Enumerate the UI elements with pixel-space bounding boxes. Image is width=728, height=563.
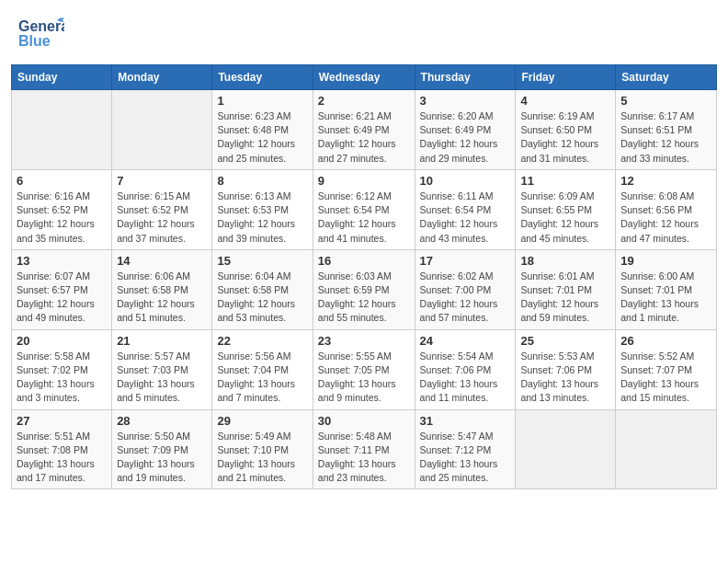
calendar-cell <box>12 90 112 170</box>
calendar-cell: 3Sunrise: 6:20 AM Sunset: 6:49 PM Daylig… <box>415 90 516 170</box>
calendar-week-1: 1Sunrise: 6:23 AM Sunset: 6:48 PM Daylig… <box>12 90 717 170</box>
day-info: Sunrise: 5:54 AM Sunset: 7:06 PM Dayligh… <box>420 350 511 406</box>
day-number: 26 <box>620 334 711 348</box>
calendar-week-3: 13Sunrise: 6:07 AM Sunset: 6:57 PM Dayli… <box>12 249 717 329</box>
day-number: 18 <box>520 254 610 268</box>
day-info: Sunrise: 5:55 AM Sunset: 7:05 PM Dayligh… <box>318 350 410 406</box>
calendar: SundayMondayTuesdayWednesdayThursdayFrid… <box>0 64 728 500</box>
day-header-saturday: Saturday <box>616 65 717 90</box>
day-info: Sunrise: 6:00 AM Sunset: 7:01 PM Dayligh… <box>620 270 711 326</box>
day-number: 19 <box>620 254 711 268</box>
calendar-cell: 1Sunrise: 6:23 AM Sunset: 6:48 PM Daylig… <box>212 90 313 170</box>
day-info: Sunrise: 6:12 AM Sunset: 6:54 PM Dayligh… <box>318 190 410 246</box>
calendar-cell: 17Sunrise: 6:02 AM Sunset: 7:00 PM Dayli… <box>415 249 516 329</box>
svg-text:Blue: Blue <box>18 33 51 49</box>
calendar-cell: 20Sunrise: 5:58 AM Sunset: 7:02 PM Dayli… <box>12 329 112 409</box>
day-number: 12 <box>620 174 711 188</box>
day-number: 16 <box>318 254 410 268</box>
day-info: Sunrise: 6:03 AM Sunset: 6:59 PM Dayligh… <box>318 270 410 326</box>
day-number: 27 <box>17 414 107 428</box>
day-number: 22 <box>217 334 307 348</box>
calendar-cell: 21Sunrise: 5:57 AM Sunset: 7:03 PM Dayli… <box>112 329 212 409</box>
day-header-wednesday: Wednesday <box>313 65 415 90</box>
calendar-cell: 23Sunrise: 5:55 AM Sunset: 7:05 PM Dayli… <box>313 329 415 409</box>
calendar-cell: 13Sunrise: 6:07 AM Sunset: 6:57 PM Dayli… <box>12 249 112 329</box>
calendar-week-4: 20Sunrise: 5:58 AM Sunset: 7:02 PM Dayli… <box>12 329 717 409</box>
day-number: 8 <box>217 174 307 188</box>
day-info: Sunrise: 5:53 AM Sunset: 7:06 PM Dayligh… <box>520 350 610 406</box>
calendar-cell: 31Sunrise: 5:47 AM Sunset: 7:12 PM Dayli… <box>415 409 516 489</box>
calendar-cell: 19Sunrise: 6:00 AM Sunset: 7:01 PM Dayli… <box>616 249 717 329</box>
day-info: Sunrise: 6:21 AM Sunset: 6:49 PM Dayligh… <box>318 109 410 166</box>
day-info: Sunrise: 6:20 AM Sunset: 6:49 PM Dayligh… <box>420 109 511 166</box>
day-info: Sunrise: 6:01 AM Sunset: 7:01 PM Dayligh… <box>520 270 610 326</box>
calendar-week-2: 6Sunrise: 6:16 AM Sunset: 6:52 PM Daylig… <box>12 169 717 249</box>
calendar-cell: 7Sunrise: 6:15 AM Sunset: 6:52 PM Daylig… <box>112 169 212 249</box>
day-info: Sunrise: 6:06 AM Sunset: 6:58 PM Dayligh… <box>117 270 207 326</box>
day-info: Sunrise: 6:07 AM Sunset: 6:57 PM Dayligh… <box>17 270 107 326</box>
calendar-cell: 15Sunrise: 6:04 AM Sunset: 6:58 PM Dayli… <box>212 249 313 329</box>
day-header-tuesday: Tuesday <box>212 65 313 90</box>
day-header-monday: Monday <box>112 65 212 90</box>
day-info: Sunrise: 5:56 AM Sunset: 7:04 PM Dayligh… <box>217 350 307 406</box>
page-header: General Blue <box>0 0 728 59</box>
calendar-cell: 12Sunrise: 6:08 AM Sunset: 6:56 PM Dayli… <box>616 169 717 249</box>
day-info: Sunrise: 6:08 AM Sunset: 6:56 PM Dayligh… <box>620 190 711 246</box>
day-info: Sunrise: 6:02 AM Sunset: 7:00 PM Dayligh… <box>420 270 511 326</box>
day-header-thursday: Thursday <box>415 65 516 90</box>
calendar-cell: 26Sunrise: 5:52 AM Sunset: 7:07 PM Dayli… <box>616 329 717 409</box>
day-info: Sunrise: 6:13 AM Sunset: 6:53 PM Dayligh… <box>217 190 307 246</box>
logo: General Blue <box>18 15 68 52</box>
calendar-cell: 2Sunrise: 6:21 AM Sunset: 6:49 PM Daylig… <box>313 90 415 170</box>
day-number: 3 <box>420 94 511 108</box>
day-info: Sunrise: 6:23 AM Sunset: 6:48 PM Dayligh… <box>217 109 307 166</box>
day-number: 20 <box>17 334 107 348</box>
svg-text:General: General <box>18 18 64 34</box>
day-number: 25 <box>520 334 610 348</box>
day-header-sunday: Sunday <box>12 65 112 90</box>
calendar-cell: 5Sunrise: 6:17 AM Sunset: 6:51 PM Daylig… <box>616 90 717 170</box>
day-number: 31 <box>420 414 511 428</box>
day-number: 24 <box>420 334 511 348</box>
calendar-cell: 8Sunrise: 6:13 AM Sunset: 6:53 PM Daylig… <box>212 169 313 249</box>
day-number: 2 <box>318 94 410 108</box>
calendar-cell: 28Sunrise: 5:50 AM Sunset: 7:09 PM Dayli… <box>112 409 212 489</box>
day-info: Sunrise: 5:49 AM Sunset: 7:10 PM Dayligh… <box>217 430 307 486</box>
day-number: 21 <box>117 334 207 348</box>
day-number: 14 <box>117 254 207 268</box>
day-number: 29 <box>217 414 307 428</box>
day-number: 5 <box>620 94 711 108</box>
logo-icon: General Blue <box>18 15 64 52</box>
calendar-cell: 14Sunrise: 6:06 AM Sunset: 6:58 PM Dayli… <box>112 249 212 329</box>
day-info: Sunrise: 6:19 AM Sunset: 6:50 PM Dayligh… <box>520 109 610 166</box>
day-header-friday: Friday <box>516 65 616 90</box>
calendar-week-5: 27Sunrise: 5:51 AM Sunset: 7:08 PM Dayli… <box>12 409 717 489</box>
day-info: Sunrise: 5:51 AM Sunset: 7:08 PM Dayligh… <box>17 430 107 486</box>
day-number: 13 <box>17 254 107 268</box>
calendar-cell: 29Sunrise: 5:49 AM Sunset: 7:10 PM Dayli… <box>212 409 313 489</box>
day-info: Sunrise: 6:16 AM Sunset: 6:52 PM Dayligh… <box>17 190 107 246</box>
calendar-header-row: SundayMondayTuesdayWednesdayThursdayFrid… <box>12 65 717 90</box>
calendar-cell <box>112 90 212 170</box>
day-number: 4 <box>520 94 610 108</box>
calendar-cell: 10Sunrise: 6:11 AM Sunset: 6:54 PM Dayli… <box>415 169 516 249</box>
day-number: 11 <box>520 174 610 188</box>
day-number: 7 <box>117 174 207 188</box>
calendar-cell: 25Sunrise: 5:53 AM Sunset: 7:06 PM Dayli… <box>516 329 616 409</box>
day-info: Sunrise: 5:48 AM Sunset: 7:11 PM Dayligh… <box>318 430 410 486</box>
day-number: 9 <box>318 174 410 188</box>
calendar-cell: 9Sunrise: 6:12 AM Sunset: 6:54 PM Daylig… <box>313 169 415 249</box>
calendar-cell: 30Sunrise: 5:48 AM Sunset: 7:11 PM Dayli… <box>313 409 415 489</box>
calendar-cell: 18Sunrise: 6:01 AM Sunset: 7:01 PM Dayli… <box>516 249 616 329</box>
day-info: Sunrise: 6:15 AM Sunset: 6:52 PM Dayligh… <box>117 190 207 246</box>
day-number: 30 <box>318 414 410 428</box>
calendar-cell: 27Sunrise: 5:51 AM Sunset: 7:08 PM Dayli… <box>12 409 112 489</box>
calendar-cell: 22Sunrise: 5:56 AM Sunset: 7:04 PM Dayli… <box>212 329 313 409</box>
day-number: 1 <box>217 94 307 108</box>
day-info: Sunrise: 6:11 AM Sunset: 6:54 PM Dayligh… <box>420 190 511 246</box>
day-info: Sunrise: 5:50 AM Sunset: 7:09 PM Dayligh… <box>117 430 207 486</box>
day-number: 28 <box>117 414 207 428</box>
calendar-table: SundayMondayTuesdayWednesdayThursdayFrid… <box>11 64 717 489</box>
day-number: 23 <box>318 334 410 348</box>
day-info: Sunrise: 5:57 AM Sunset: 7:03 PM Dayligh… <box>117 350 207 406</box>
